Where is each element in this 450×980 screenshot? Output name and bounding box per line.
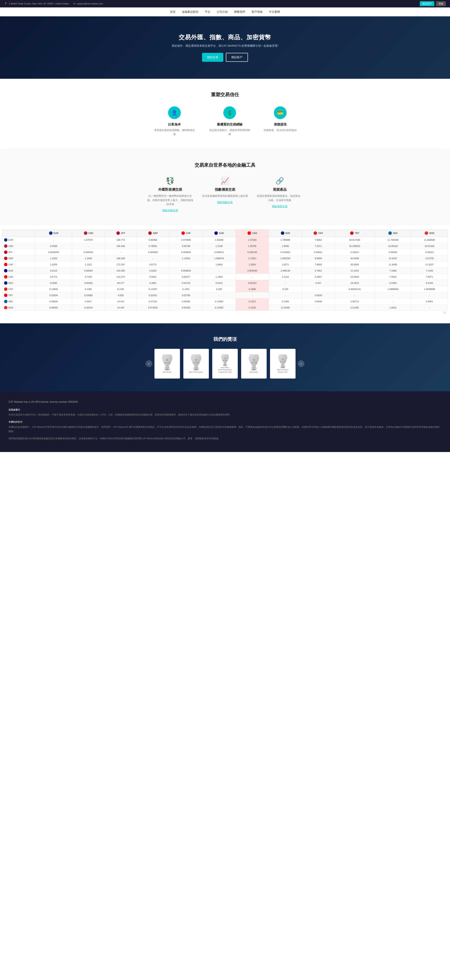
nav-about[interactable]: 公司介紹 (217, 10, 228, 14)
table-cell: 0.20610 (335, 249, 375, 255)
table-cell: 0.010603 (269, 249, 302, 255)
nav-platform[interactable]: 平台 (205, 10, 210, 14)
carousel-prev-button[interactable]: ‹ (145, 360, 152, 367)
table-cell: 4.829 (105, 292, 136, 298)
table-cell: 14.412 (105, 298, 136, 304)
table-cell: - (375, 298, 411, 304)
table-cell: 1.789980 (269, 237, 302, 243)
table-cell: 0.54720 (169, 280, 203, 286)
table-cell: 0.1256 (236, 304, 269, 310)
table-cell: 14.444 (105, 304, 136, 310)
nav-contact[interactable]: 聯繫我們 (234, 10, 245, 14)
table-cell: 1.71651 (236, 255, 269, 261)
table-cell: 0.1251 (169, 286, 203, 292)
instruments-section-title: 交易來自世界各地的金融工具 (8, 162, 442, 169)
table-cell: AUD (2, 267, 35, 274)
table-cell: 114.372 (105, 274, 136, 280)
table-cell: 7.8062 (302, 237, 335, 243)
nav-client-login[interactable]: 客戶登錄 (252, 10, 263, 14)
table-col-AUD: AUD (203, 229, 236, 237)
index-link[interactable]: 關於指數交易 (217, 201, 233, 204)
open-account-button[interactable]: 開設賬戶 (420, 1, 434, 6)
forex-link[interactable]: 關於外匯交易 (163, 209, 178, 212)
table-cell: 4.7801 (302, 267, 335, 274)
table-cell: 0.08365 (169, 298, 203, 304)
instrument-index: 📈 指數價差交易 在代表各國經濟表現的優質股票上做交易 關於指數交易 (202, 177, 248, 212)
table-cell: 0.0059250 (35, 249, 72, 255)
table-cell: 0.02834 (35, 292, 72, 298)
table-cell: 0.60265 (72, 280, 105, 286)
table-cell: 0.85958 (136, 237, 169, 243)
table-cell: 196.348 (105, 255, 136, 261)
svg-text:AT: AT (166, 359, 169, 361)
table-cell: 0.1381 (72, 286, 105, 292)
footer-disclaimer-text: 我們強烈建議您進行任何對費或成金融交易之前都確保您的目標是，法律及稅務的方法。本… (8, 436, 442, 441)
table-cell: 0.6628 (302, 298, 335, 304)
table-cell: 7.9071 (411, 274, 448, 280)
table-cell: 11.9107 (411, 261, 448, 267)
index-desc: 在代表各國經濟表現的優質股票上做交易 (202, 194, 248, 198)
table-cell: 21.3234 (335, 267, 375, 274)
table-col-NOK: NOK (411, 229, 448, 237)
table-cell: 0.1886 (236, 286, 269, 292)
hero-title: 交易外匯、指數、商品、加密貨幣 (172, 33, 278, 41)
award-trophy-1: AT Award 2018 Best Performance (189, 354, 204, 373)
table-cell: EUR (2, 237, 35, 243)
table-cell: TRY (2, 292, 35, 298)
table-col-GBP: GBP (136, 229, 169, 237)
features-grid: 👤 以客為本 享受最全面的貿易體驗，隨時隨地交易 💲 最優質的交易經驗 高品質交… (8, 107, 442, 136)
table-cell: 1.6663 (203, 261, 236, 267)
table-cell: 2.082250 (269, 255, 302, 261)
nav-home[interactable]: 首頁 (170, 10, 176, 14)
table-cell: - (335, 292, 375, 298)
nav-products[interactable]: 金融產品類別 (182, 10, 198, 14)
table-cell: 0.005803 (169, 249, 203, 255)
awards-carousel: ‹ AT Award 2017 Best Broker (8, 349, 442, 379)
table-cell: 1.63280 (203, 237, 236, 243)
svg-rect-1 (165, 369, 170, 370)
footer-risk-section: 高風險警示 所有交易及所介紹的CFDs）是高風險的，可能不適合所有投資者。在進行… (8, 408, 442, 417)
table-cell: 1.36765 (236, 243, 269, 249)
table-cell: 0.6775 (35, 274, 72, 280)
table-cell: 1.2549 (72, 255, 105, 261)
svg-text:AXION TRADE: AXION TRADE (279, 361, 286, 362)
table-cell: 40.4038 (335, 255, 375, 261)
table-cell: 0.06913 (411, 249, 448, 255)
table-cell: 7.1686 (375, 267, 411, 274)
table-cell: 0.08500 (35, 298, 72, 304)
feature-desc-0: 享受最全面的貿易體驗，隨時隨地交易 (153, 128, 196, 136)
table-cell: NOK (2, 304, 35, 310)
table-cell: 156.436 (105, 243, 136, 249)
table-cell: 13.6187 (375, 255, 411, 261)
table-cell: 0.6123 (35, 267, 72, 274)
login-button[interactable]: 登錄 (436, 1, 446, 6)
table-cell: 0.90796 (169, 243, 203, 249)
table-cell: 4.357 (302, 280, 335, 286)
footer-notice-text: 本網站訊息及服務中，CAT Markets不對所展示的任何銀行服務有任何責任或義… (8, 425, 442, 434)
table-cell: 0.02431 (136, 292, 169, 298)
price-table: EUR USD JPY (2, 229, 448, 311)
nav-language[interactable]: 中文繁體 (269, 10, 280, 14)
footer: CAT Markets has a US NFA license, licens… (0, 391, 450, 452)
table-cell: 0.04621 (302, 249, 335, 255)
table-cell: 0.15299 (269, 304, 302, 310)
table-cell: 7.1435 (411, 267, 448, 274)
table-cell: 0.11007 (136, 286, 169, 292)
table-col-NZD: NZD (269, 229, 302, 237)
table-cell: 0.08565 (35, 304, 72, 310)
table-cell: 23.5849 (335, 274, 375, 280)
email-text: support@cat-market.com (73, 2, 103, 5)
table-cell: - (136, 255, 169, 261)
table-cell: 34.817400 (335, 237, 375, 243)
futures-link[interactable]: 關於期貨交易 (272, 205, 287, 208)
table-cell: 0.205 (203, 286, 236, 292)
award-item: AT AXION TRADE Best Execution Broker 201… (270, 349, 295, 379)
table-col-CAD: CAD (236, 229, 269, 237)
footer-risk-text: 所有交易及所介紹的CFDs）是高風險的，可能不適合所有投資者。在進行交易差價合約… (8, 413, 442, 417)
open-account-hero-button[interactable]: 開設賬戶 (226, 53, 248, 62)
table-cell: 0.225 (269, 286, 302, 292)
table-cell: 1.5054 (236, 261, 269, 267)
start-trading-button[interactable]: 開始交易 (202, 53, 223, 62)
table-cell: 0.09244 (72, 304, 105, 310)
carousel-next-button[interactable]: › (298, 360, 305, 367)
